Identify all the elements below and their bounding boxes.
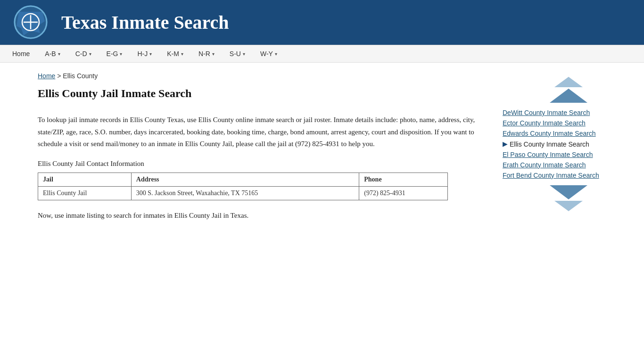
nav-dropdown-arrow: ▾ (212, 51, 215, 57)
table-cell-phone: (972) 825-4931 (359, 186, 448, 200)
nav-item-c-d[interactable]: C-D▾ (68, 45, 99, 62)
main-content: Home > Ellis County Ellis County Jail In… (38, 72, 503, 231)
jail-info-table: Jail Address Phone Ellis County Jail 300… (38, 173, 448, 200)
arrow-down-icon (550, 185, 587, 199)
sidebar-link-1[interactable]: Ector County Inmate Search (503, 119, 586, 127)
nav-item-n-r[interactable]: N-R▾ (191, 45, 222, 62)
breadcrumb: Home > Ellis County (38, 72, 488, 80)
page-title: Ellis County Jail Inmate Search (38, 87, 488, 100)
nav-item-w-y[interactable]: W-Y▾ (253, 45, 285, 62)
sidebar-link-6[interactable]: Fort Bend County Inmate Search (503, 172, 599, 179)
sidebar-list-item: Fort Bend County Inmate Search (503, 170, 635, 181)
nav-dropdown-arrow: ▾ (149, 51, 152, 57)
nav-item-e-g[interactable]: E-G▾ (99, 45, 130, 62)
page-wrapper: Home > Ellis County Ellis County Jail In… (0, 63, 644, 240)
sidebar-link-4[interactable]: El Paso County Inmate Search (503, 151, 593, 158)
table-row: Ellis County Jail 300 S. Jackson Street,… (38, 186, 448, 200)
sidebar-list-item: ▶ Ellis County Inmate Search (503, 139, 635, 149)
arrow-up-light-icon (554, 77, 583, 87)
nav-dropdown-arrow: ▾ (58, 51, 60, 57)
sidebar-scroll-up[interactable] (503, 77, 635, 104)
sidebar-link-2[interactable]: Edwards County Inmate Search (503, 130, 596, 137)
table-header-address: Address (131, 173, 359, 186)
body-paragraph: To lookup jail inmate records in Ellis C… (38, 114, 488, 150)
logo (9, 5, 52, 40)
nav-item-home[interactable]: Home (5, 45, 37, 62)
sidebar-list-item: Edwards County Inmate Search (503, 128, 635, 139)
nav-item-a-b[interactable]: A-B▾ (37, 45, 67, 62)
table-cell-address: 300 S. Jackson Street, Waxahachie, TX 75… (131, 186, 359, 200)
table-header-phone: Phone (359, 173, 448, 186)
arrow-up-icon (550, 89, 587, 103)
breadcrumb-home-link[interactable]: Home (38, 72, 55, 80)
site-header: Texas Inmate Search (0, 0, 644, 45)
nav-dropdown-arrow: ▾ (89, 51, 91, 57)
nav-dropdown-arrow: ▾ (120, 51, 122, 57)
breadcrumb-current: Ellis County (63, 72, 98, 80)
table-header-row: Jail Address Phone (38, 173, 448, 186)
sidebar-list-item: El Paso County Inmate Search (503, 149, 635, 160)
sidebar-list-item: DeWitt County Inmate Search (503, 107, 635, 118)
nav-item-s-u[interactable]: S-U▾ (222, 45, 253, 62)
arrow-down-light-icon (554, 201, 583, 211)
sidebar: DeWitt County Inmate SearchEctor County … (503, 72, 635, 231)
sidebar-link-3[interactable]: Ellis County Inmate Search (510, 140, 589, 148)
current-page-indicator: ▶ (503, 140, 508, 148)
table-cell-jail: Ellis County Jail (38, 186, 132, 200)
main-nav: HomeA-B▾C-D▾E-G▾H-J▾K-M▾N-R▾S-U▾W-Y▾ (0, 45, 644, 63)
sidebar-scroll-down[interactable] (503, 184, 635, 211)
table-header-jail: Jail (38, 173, 132, 186)
sidebar-link-5[interactable]: Erath County Inmate Search (503, 161, 586, 169)
nav-dropdown-arrow: ▾ (243, 51, 245, 57)
nav-item-h-j[interactable]: H-J▾ (130, 45, 159, 62)
sidebar-list-item: Erath County Inmate Search (503, 160, 635, 170)
contact-heading: Ellis County Jail Contact Information (38, 160, 488, 168)
footer-text: Now, use inmate listing to search for in… (38, 210, 488, 222)
nav-dropdown-arrow: ▾ (181, 51, 183, 57)
nav-dropdown-arrow: ▾ (275, 51, 277, 57)
sidebar-link-0[interactable]: DeWitt County Inmate Search (503, 109, 590, 116)
nav-item-k-m[interactable]: K-M▾ (159, 45, 191, 62)
sidebar-list-item: Ector County Inmate Search (503, 118, 635, 128)
site-title: Texas Inmate Search (61, 11, 229, 33)
sidebar-link-list: DeWitt County Inmate SearchEctor County … (503, 107, 635, 181)
